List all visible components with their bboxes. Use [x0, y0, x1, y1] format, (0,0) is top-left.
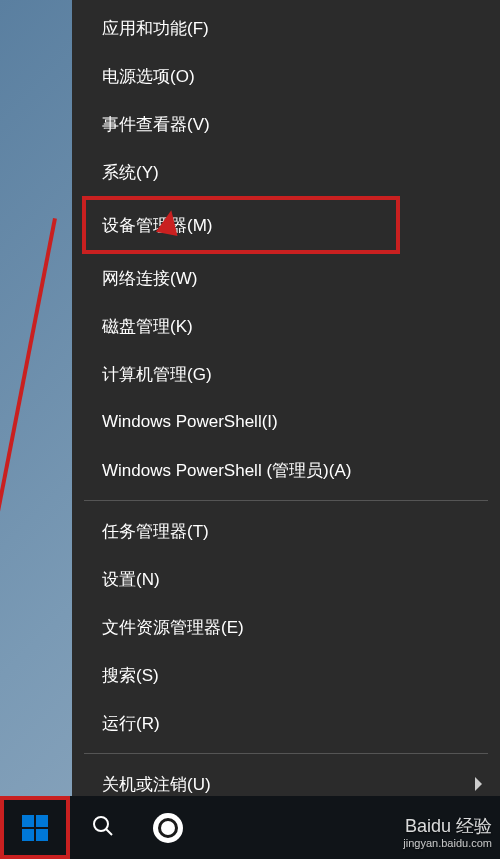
menu-task-manager[interactable]: 任务管理器(T) [72, 507, 500, 555]
menu-system[interactable]: 系统(Y) [72, 148, 500, 196]
menu-divider [84, 753, 488, 754]
menu-item-label: 搜索(S) [102, 664, 159, 687]
menu-network-connections[interactable]: 网络连接(W) [72, 254, 500, 302]
taskbar-app-button[interactable] [135, 796, 200, 859]
menu-event-viewer[interactable]: 事件查看器(V) [72, 100, 500, 148]
windows-icon [22, 815, 48, 841]
menu-apps-and-features[interactable]: 应用和功能(F) [72, 4, 500, 52]
menu-item-label: Windows PowerShell(I) [102, 412, 278, 432]
menu-item-label: 设备管理器(M) [102, 214, 212, 237]
menu-powershell-admin[interactable]: Windows PowerShell (管理员)(A) [72, 446, 500, 494]
menu-run[interactable]: 运行(R) [72, 699, 500, 747]
watermark: Baidu 经验 jingyan.baidu.com [403, 817, 492, 849]
menu-disk-management[interactable]: 磁盘管理(K) [72, 302, 500, 350]
search-icon [91, 814, 115, 842]
start-button-highlight-box [0, 796, 70, 859]
menu-item-label: 任务管理器(T) [102, 520, 209, 543]
menu-item-label: 设置(N) [102, 568, 160, 591]
watermark-url: jingyan.baidu.com [403, 837, 492, 849]
menu-file-explorer[interactable]: 文件资源管理器(E) [72, 603, 500, 651]
menu-item-label: 磁盘管理(K) [102, 315, 193, 338]
menu-settings[interactable]: 设置(N) [72, 555, 500, 603]
app-icon [153, 813, 183, 843]
menu-computer-management[interactable]: 计算机管理(G) [72, 350, 500, 398]
menu-item-label: 计算机管理(G) [102, 363, 212, 386]
menu-device-manager[interactable]: 设备管理器(M) [82, 196, 400, 254]
menu-item-label: 网络连接(W) [102, 267, 197, 290]
menu-powershell[interactable]: Windows PowerShell(I) [72, 398, 500, 446]
menu-item-label: 事件查看器(V) [102, 113, 210, 136]
menu-item-label: 关机或注销(U) [102, 773, 211, 796]
menu-power-options[interactable]: 电源选项(O) [72, 52, 500, 100]
menu-item-label: 系统(Y) [102, 161, 159, 184]
menu-search[interactable]: 搜索(S) [72, 651, 500, 699]
menu-item-label: 文件资源管理器(E) [102, 616, 244, 639]
menu-item-label: 应用和功能(F) [102, 17, 209, 40]
svg-point-0 [94, 817, 108, 831]
menu-item-label: 电源选项(O) [102, 65, 195, 88]
menu-item-label: Windows PowerShell (管理员)(A) [102, 459, 351, 482]
svg-line-1 [106, 829, 112, 835]
winx-power-user-menu: 应用和功能(F)电源选项(O)事件查看器(V)系统(Y) 设备管理器(M) 网络… [72, 0, 500, 796]
menu-divider [84, 500, 488, 501]
start-button[interactable] [4, 800, 66, 855]
menu-item-label: 运行(R) [102, 712, 160, 735]
watermark-brand: Baidu 经验 [405, 816, 492, 836]
taskbar-search-button[interactable] [70, 796, 135, 859]
